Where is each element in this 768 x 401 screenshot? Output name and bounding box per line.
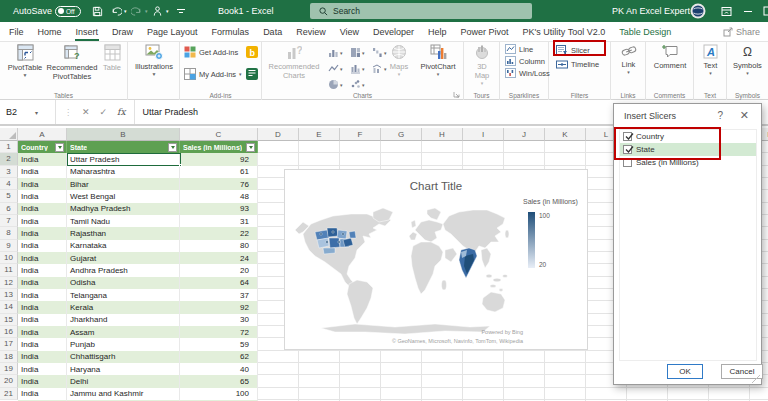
tab-file[interactable]: File [2,22,31,41]
cell-A6[interactable]: India [18,203,67,215]
insert-statistic-chart-button[interactable]: ▾ [350,63,365,74]
tab-formulas[interactable]: Formulas [205,22,257,41]
cell-C18[interactable]: 62 [180,351,258,363]
cell-B11[interactable]: Andhra Pradesh [67,264,180,276]
row-header-16[interactable]: 16 [0,326,18,338]
pivotchart-button[interactable]: PivotChart ▾ [414,44,462,77]
sparkline-winloss-button[interactable]: Win/Loss [505,68,550,78]
dialog-resize-grip[interactable] [752,375,760,383]
row-header-20[interactable]: 20 [0,375,18,387]
cell-C2[interactable]: 92 [180,153,258,165]
insert-column-chart-button[interactable]: ▾ [328,47,343,58]
ok-button[interactable]: OK [667,364,703,379]
row-header-4[interactable]: 4 [0,178,18,190]
share-button[interactable]: Share [723,22,760,42]
cell-A8[interactable]: India [18,227,67,239]
comment-button[interactable]: Comment [648,44,692,70]
column-header-E[interactable]: E [299,128,340,141]
cell-B6[interactable]: Madhya Pradesh [67,203,180,215]
cell-C4[interactable]: 76 [180,178,258,190]
tab-pk-s-utility-tool-v2-0[interactable]: PK's Utility Tool V2.0 [516,22,613,41]
save-icon[interactable] [92,0,103,22]
filter-button[interactable] [55,143,64,152]
cell-A16[interactable]: India [18,326,67,338]
avatar[interactable] [690,0,706,22]
tab-review[interactable]: Review [289,22,333,41]
cell-C10[interactable]: 24 [180,252,258,264]
cell-A7[interactable]: India [18,215,67,227]
cell-B9[interactable]: Karnataka [67,240,180,252]
tab-home[interactable]: Home [31,22,69,41]
row-header-3[interactable]: 3 [0,166,18,178]
fill-handle[interactable] [179,164,182,167]
cell-A15[interactable]: India [18,314,67,326]
row-header-15[interactable]: 15 [0,314,18,326]
insert-hierarchy-chart-button[interactable]: ▾ [350,47,365,58]
row-header-17[interactable]: 17 [0,338,18,350]
maximize-icon[interactable] [758,0,768,22]
cell-C17[interactable]: 59 [180,338,258,350]
column-header-D[interactable]: D [258,128,299,141]
tab-view[interactable]: View [333,22,366,41]
cell-C7[interactable]: 31 [180,215,258,227]
row-header-9[interactable]: 9 [0,240,18,252]
cell-C3[interactable]: 61 [180,166,258,178]
row-header-13[interactable]: 13 [0,289,18,301]
charts-dialog-launcher-icon[interactable] [453,91,460,98]
cell-A19[interactable]: India [18,363,67,375]
cell-B20[interactable]: Delhi [67,375,180,387]
symbols-button[interactable]: Ω Symbols ▾ [729,44,766,76]
name-box[interactable]: B2▾ [0,100,56,124]
cell-A18[interactable]: India [18,351,67,363]
column-header-G[interactable]: G [381,128,422,141]
cell-A14[interactable]: India [18,301,67,313]
row-header-5[interactable]: 5 [0,190,18,202]
cell-B15[interactable]: Jharkhand [67,314,180,326]
link-button[interactable]: Link ▾ [614,44,643,75]
cell-B12[interactable]: Odisha [67,277,180,289]
cell-A12[interactable]: India [18,277,67,289]
insert-line-chart-button[interactable]: ▾ [328,63,343,74]
enter-icon[interactable]: ✓ [100,107,108,117]
cell-B17[interactable]: Punjab [67,338,180,350]
row-header-2[interactable]: 2 [0,153,18,165]
column-header-J[interactable]: J [504,128,545,141]
maps-button[interactable]: Maps ▾ [384,44,414,77]
cancel-icon[interactable]: ✕ [82,107,90,117]
row-header-7[interactable]: 7 [0,215,18,227]
get-addins-button[interactable]: Get Add-ins [184,46,238,58]
cell-C11[interactable]: 20 [180,264,258,276]
ribbon-display-options-icon[interactable] [716,0,736,22]
row-header-8[interactable]: 8 [0,227,18,239]
row-header-21[interactable]: 21 [0,388,18,400]
insert-function-icon[interactable]: fx [117,107,125,117]
cell-C21[interactable]: 100 [180,388,258,400]
dialog-help-icon[interactable]: ? [717,110,723,121]
tab-power-pivot[interactable]: Power Pivot [454,22,516,41]
row-header-14[interactable]: 14 [0,301,18,313]
qat-customize-icon[interactable] [176,0,186,22]
3d-map-button[interactable]: 3D Map ▾ [467,44,497,86]
cell-B19[interactable]: Haryana [67,363,180,375]
cell-C9[interactable]: 80 [180,240,258,252]
cell-A21[interactable]: India [18,388,67,400]
row-header-18[interactable]: 18 [0,351,18,363]
cell-B16[interactable]: Assam [67,326,180,338]
cell-C14[interactable]: 92 [180,301,258,313]
cell-C16[interactable]: 72 [180,326,258,338]
cell-C15[interactable]: 30 [180,314,258,326]
select-all-button[interactable] [0,128,18,141]
filter-button[interactable] [246,143,255,152]
cell-B13[interactable]: Telangana [67,289,180,301]
cell-A2[interactable]: India [18,153,67,165]
column-header-B[interactable]: B [67,128,180,141]
dialog-close-icon[interactable]: ✕ [740,109,749,122]
cell-A20[interactable]: India [18,375,67,387]
cell-C6[interactable]: 93 [180,203,258,215]
cell-A17[interactable]: India [18,338,67,350]
map-chart[interactable]: Chart Title [284,169,588,350]
illustrations-button[interactable]: Illustrations ▼ [130,44,178,77]
sparkline-line-button[interactable]: Line [505,44,533,54]
pivottable-button[interactable]: PivotTable ▼ [3,44,47,78]
row-header-1[interactable]: 1 [0,141,18,153]
